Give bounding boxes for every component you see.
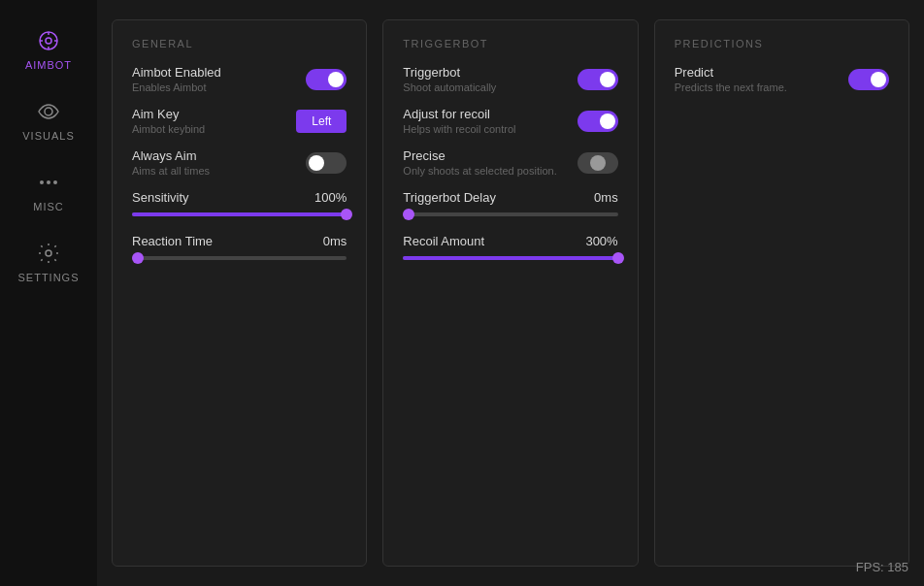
sidebar-item-label: MISC bbox=[33, 201, 64, 212]
general-panel-title: GENERAL bbox=[132, 38, 346, 49]
recoil-amount-label: Recoil Amount bbox=[403, 234, 484, 248]
triggerbot-delay-slider-container: Triggerbot Delay 0ms bbox=[403, 190, 617, 216]
recoil-amount-value: 300% bbox=[585, 234, 617, 248]
aim-key-info: Aim Key Aimbot keybind bbox=[132, 107, 205, 135]
triggerbot-delay-label: Triggerbot Delay bbox=[403, 190, 496, 205]
reaction-time-label: Reaction Time bbox=[132, 234, 213, 248]
fps-counter: FPS: 185 bbox=[856, 560, 908, 574]
sidebar-item-aimbot[interactable]: AIMBOT bbox=[0, 19, 97, 81]
adjust-recoil-desc: Helps with recoil control bbox=[403, 123, 515, 135]
adjust-recoil-row: Adjust for recoil Helps with recoil cont… bbox=[403, 107, 617, 135]
precise-row: Precise Only shoots at selected position… bbox=[403, 148, 617, 177]
aimbot-enabled-row: Aimbot Enabled Enables Aimbot bbox=[132, 65, 346, 93]
triggerbot-toggle[interactable] bbox=[578, 69, 618, 90]
triggerbot-desc: Shoot automatically bbox=[403, 81, 496, 93]
predict-info: Predict Predicts the next frame. bbox=[675, 65, 787, 93]
recoil-amount-thumb[interactable] bbox=[612, 252, 624, 264]
always-aim-info: Always Aim Aims at all times bbox=[132, 148, 210, 177]
triggerbot-label: Triggerbot bbox=[403, 65, 496, 80]
sidebar-item-misc[interactable]: MISC bbox=[0, 161, 97, 222]
predict-label: Predict bbox=[675, 65, 787, 80]
always-aim-label: Always Aim bbox=[132, 148, 210, 163]
svg-point-6 bbox=[45, 108, 52, 115]
aimbot-enabled-toggle[interactable] bbox=[306, 69, 346, 90]
sensitivity-slider[interactable] bbox=[132, 212, 346, 216]
always-aim-row: Always Aim Aims at all times bbox=[132, 148, 346, 177]
svg-point-1 bbox=[46, 38, 51, 44]
general-panel: GENERAL Aimbot Enabled Enables Aimbot Ai… bbox=[112, 19, 367, 567]
always-aim-desc: Aims at all times bbox=[132, 165, 210, 177]
aimbot-enabled-label: Aimbot Enabled bbox=[132, 65, 221, 80]
predict-desc: Predicts the next frame. bbox=[675, 81, 787, 93]
recoil-amount-slider-container: Recoil Amount 300% bbox=[403, 234, 617, 260]
precise-info: Precise Only shoots at selected position… bbox=[403, 148, 556, 177]
aimbot-icon bbox=[37, 29, 60, 55]
reaction-time-thumb[interactable] bbox=[132, 252, 144, 264]
aimbot-enabled-desc: Enables Aimbot bbox=[132, 81, 221, 93]
precise-label: Precise bbox=[403, 148, 556, 163]
sidebar-item-label: AIMBOT bbox=[25, 59, 72, 71]
recoil-amount-slider[interactable] bbox=[403, 256, 617, 260]
sensitivity-value: 100% bbox=[314, 190, 346, 205]
recoil-amount-fill bbox=[403, 256, 617, 260]
sidebar-item-settings[interactable]: SETTINGS bbox=[0, 232, 97, 293]
sensitivity-label: Sensitivity bbox=[132, 190, 189, 205]
svg-point-8 bbox=[47, 180, 50, 184]
reaction-time-value: 0ms bbox=[323, 234, 347, 248]
aimbot-enabled-info: Aimbot Enabled Enables Aimbot bbox=[132, 65, 221, 93]
sensitivity-slider-container: Sensitivity 100% bbox=[132, 190, 346, 216]
triggerbot-delay-thumb[interactable] bbox=[403, 209, 414, 220]
adjust-recoil-toggle[interactable] bbox=[578, 111, 618, 132]
aim-key-label: Aim Key bbox=[132, 107, 205, 121]
sidebar-item-label: VISUALS bbox=[22, 130, 74, 142]
aim-key-button[interactable]: Left bbox=[296, 110, 346, 133]
adjust-recoil-info: Adjust for recoil Helps with recoil cont… bbox=[403, 107, 515, 135]
sensitivity-fill bbox=[132, 212, 346, 216]
svg-point-9 bbox=[53, 180, 57, 184]
sidebar-item-visuals[interactable]: VISUALS bbox=[0, 90, 97, 151]
predict-toggle[interactable] bbox=[848, 69, 889, 90]
reaction-time-slider-container: Reaction Time 0ms bbox=[132, 234, 346, 260]
main-content: GENERAL Aimbot Enabled Enables Aimbot Ai… bbox=[97, 0, 924, 586]
predictions-panel-title: PREDICTIONS bbox=[675, 38, 889, 49]
predictions-panel: PREDICTIONS Predict Predicts the next fr… bbox=[654, 19, 909, 567]
predict-row: Predict Predicts the next frame. bbox=[675, 65, 889, 93]
reaction-time-slider[interactable] bbox=[132, 256, 346, 260]
aim-key-desc: Aimbot keybind bbox=[132, 123, 205, 135]
precise-desc: Only shoots at selected position. bbox=[403, 165, 556, 177]
settings-icon bbox=[37, 242, 60, 268]
misc-icon bbox=[37, 171, 60, 197]
svg-point-7 bbox=[40, 180, 44, 184]
sidebar: AIMBOT VISUALS MISC SETTINGS bbox=[0, 0, 97, 586]
sidebar-item-label: SETTINGS bbox=[17, 272, 79, 283]
triggerbot-info: Triggerbot Shoot automatically bbox=[403, 65, 496, 93]
aim-key-row: Aim Key Aimbot keybind Left bbox=[132, 107, 346, 135]
triggerbot-row: Triggerbot Shoot automatically bbox=[403, 65, 617, 93]
visuals-icon bbox=[37, 100, 60, 126]
svg-point-10 bbox=[46, 250, 51, 256]
always-aim-toggle[interactable] bbox=[306, 152, 346, 174]
triggerbot-delay-value: 0ms bbox=[594, 190, 618, 205]
precise-toggle[interactable] bbox=[578, 152, 618, 174]
triggerbot-delay-slider[interactable] bbox=[403, 212, 617, 216]
triggerbot-panel-title: TRIGGERBOT bbox=[403, 38, 617, 49]
triggerbot-panel: TRIGGERBOT Triggerbot Shoot automaticall… bbox=[382, 19, 638, 567]
adjust-recoil-label: Adjust for recoil bbox=[403, 107, 515, 121]
sensitivity-thumb[interactable] bbox=[341, 209, 352, 220]
